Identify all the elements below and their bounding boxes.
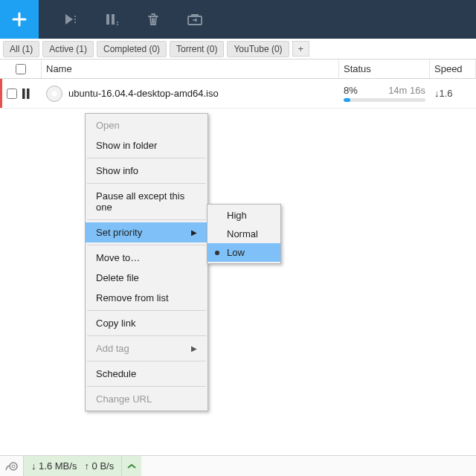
selected-dot-icon xyxy=(215,251,219,255)
header-speed[interactable]: Speed xyxy=(430,60,476,78)
tab-add-button[interactable]: + xyxy=(292,41,310,57)
svg-point-10 xyxy=(10,463,17,470)
header-status[interactable]: Status xyxy=(339,60,430,78)
priority-high[interactable]: High xyxy=(208,206,280,225)
speed-text: ↓1.6 xyxy=(430,79,476,108)
ctx-set-priority-label: Set priority xyxy=(96,227,142,238)
ctx-add-tag-label: Add tag xyxy=(96,343,129,354)
ctx-copy-link[interactable]: Copy link xyxy=(86,313,208,333)
svg-point-1 xyxy=(74,19,76,20)
pause-button[interactable] xyxy=(91,0,132,39)
upload-speed: ↑ 0 B/s xyxy=(84,460,114,472)
progress-bar xyxy=(344,98,425,102)
chevron-right-icon: ▶ xyxy=(191,344,197,353)
ctx-move-to[interactable]: Move to… xyxy=(86,248,208,268)
ctx-delete-file[interactable]: Delete file xyxy=(86,268,208,288)
context-menu: Open Show in folder Show info Pause all … xyxy=(85,113,208,411)
row-checkbox[interactable] xyxy=(7,89,17,99)
delete-button[interactable] xyxy=(132,0,174,39)
header-name[interactable]: Name xyxy=(42,60,339,78)
svg-point-0 xyxy=(74,16,76,17)
speed-panel[interactable]: ↓ 1.6 MB/s ↑ 0 B/s xyxy=(24,456,122,476)
expand-button[interactable] xyxy=(122,456,141,476)
priority-low-label: Low xyxy=(227,247,245,258)
svg-rect-4 xyxy=(112,14,115,25)
file-name: ubuntu-16.04.4-desktop-amd64.iso xyxy=(68,88,219,99)
chevron-right-icon: ▶ xyxy=(191,228,197,237)
svg-point-5 xyxy=(117,22,118,23)
tab-completed[interactable]: Completed (0) xyxy=(97,41,167,57)
svg-point-11 xyxy=(12,465,15,468)
tab-all[interactable]: All (1) xyxy=(3,41,39,57)
snail-icon[interactable] xyxy=(0,456,24,476)
svg-rect-8 xyxy=(22,89,25,99)
pause-icon xyxy=(22,89,30,99)
ctx-pause-except[interactable]: Pause all except this one xyxy=(86,186,208,217)
priority-submenu: High Normal Low xyxy=(207,204,281,264)
disc-icon xyxy=(46,86,62,102)
folder-button[interactable] xyxy=(174,0,216,39)
ctx-show-in-folder[interactable]: Show in folder xyxy=(86,135,208,155)
ctx-add-tag[interactable]: Add tag ▶ xyxy=(86,338,208,358)
download-speed: ↓ 1.6 MB/s xyxy=(31,460,77,472)
status-bar: ↓ 1.6 MB/s ↑ 0 B/s xyxy=(0,455,476,476)
header-checkbox[interactable] xyxy=(0,60,42,78)
progress-percent: 8% xyxy=(344,85,358,96)
ctx-schedule[interactable]: Schedule xyxy=(86,364,208,384)
table-header: Name Status Speed xyxy=(0,60,476,79)
svg-rect-9 xyxy=(27,89,30,99)
ctx-change-url[interactable]: Change URL xyxy=(86,389,208,409)
ctx-remove-list[interactable]: Remove from list xyxy=(86,288,208,308)
main-toolbar xyxy=(0,0,476,39)
tab-torrent[interactable]: Torrent (0) xyxy=(170,41,224,57)
priority-low[interactable]: Low xyxy=(208,243,280,262)
tab-active[interactable]: Active (1) xyxy=(42,41,94,57)
svg-rect-3 xyxy=(106,14,109,25)
tab-youtube[interactable]: YouTube (0) xyxy=(227,41,289,57)
ctx-set-priority[interactable]: Set priority ▶ xyxy=(86,222,208,242)
svg-point-2 xyxy=(74,22,76,23)
ctx-show-info[interactable]: Show info xyxy=(86,161,208,181)
eta-text: 14m 16s xyxy=(388,85,425,96)
add-button[interactable] xyxy=(0,0,39,39)
priority-normal[interactable]: Normal xyxy=(208,225,280,243)
svg-point-6 xyxy=(117,24,118,25)
filter-tabs: All (1) Active (1) Completed (0) Torrent… xyxy=(0,39,476,60)
play-button[interactable] xyxy=(49,0,91,39)
download-row[interactable]: ubuntu-16.04.4-desktop-amd64.iso 8% 14m … xyxy=(0,79,476,109)
ctx-open[interactable]: Open xyxy=(86,115,208,135)
